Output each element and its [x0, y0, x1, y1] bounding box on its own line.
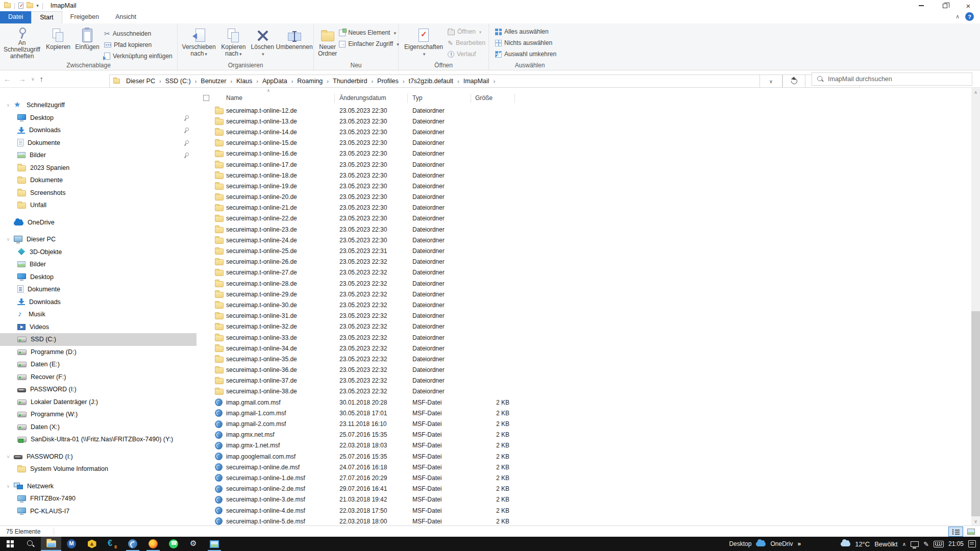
sidebar-item[interactable]: FRITZBox-7490 — [0, 492, 197, 505]
qat-customize-chevron-icon[interactable]: ▾ — [36, 3, 39, 8]
file-row[interactable]: secureimap.t-online-13.de 23.05.2023 22:… — [197, 116, 971, 127]
hidden-icons-chevron-icon[interactable]: ∧ — [902, 541, 906, 547]
new-folder-button[interactable]: Neuer Ordner — [318, 25, 337, 60]
sidebar-item[interactable]: 3D-Objekte — [0, 246, 197, 259]
breadcrumb-separator-icon[interactable]: › — [157, 78, 163, 84]
breadcrumb-item[interactable]: SSD (C:)› — [163, 75, 199, 87]
breadcrumb-item[interactable]: Profiles› — [375, 75, 406, 87]
file-row[interactable]: imap.gmail.com.msf 30.01.2018 20:28 MSF-… — [197, 397, 971, 408]
ribbon-tab[interactable]: Start — [31, 11, 62, 23]
file-row[interactable]: secureimap.t-online-31.de 23.05.2023 22:… — [197, 311, 971, 321]
file-row[interactable]: secureimap.t-online-27.de 23.05.2023 22:… — [197, 267, 971, 278]
sidebar-item[interactable]: ∨ Netzwerk — [0, 480, 197, 493]
ribbon-tab[interactable]: Ansicht — [107, 11, 144, 23]
select-none-button[interactable]: Nichts auswählen — [493, 37, 556, 48]
easy-access-button[interactable]: Einfacher Zugriff — [337, 38, 399, 49]
file-row[interactable]: secureimap.t-online-25.de 23.05.2023 22:… — [197, 245, 971, 256]
onedrive-toolbar-label[interactable]: OneDriv — [770, 540, 793, 547]
file-row[interactable]: secureimap.t-online-36.de 23.05.2023 22:… — [197, 365, 971, 375]
sidebar-item[interactable]: Screenshots — [0, 187, 197, 199]
forward-button[interactable]: → — [15, 74, 30, 83]
vertical-scrollbar[interactable]: ∧ ∨ — [971, 88, 980, 525]
cut-button[interactable]: Ausschneiden — [102, 28, 173, 39]
history-button[interactable]: Verlauf — [446, 48, 485, 60]
breadcrumb-separator-icon[interactable]: › — [401, 78, 407, 84]
search-box[interactable] — [812, 72, 972, 86]
column-header-name[interactable]: Name — [226, 94, 242, 102]
sidebar-item[interactable]: Desktop — [0, 112, 197, 124]
breadcrumb-separator-icon[interactable]: › — [254, 78, 260, 84]
desktop-toolbar-label[interactable]: Desktop — [729, 540, 751, 547]
edit-button[interactable]: Bearbeiten — [446, 37, 485, 48]
sidebar-item[interactable]: PASSWORD (I:) — [0, 383, 197, 396]
sidebar-item[interactable]: OneDrive — [0, 216, 197, 229]
breadcrumb-item[interactable]: Dieser PC› — [124, 75, 163, 87]
breadcrumb-item[interactable]: AppData› — [260, 75, 295, 87]
restore-button[interactable] — [933, 0, 957, 11]
properties-button[interactable]: Eigenschaften — [402, 25, 446, 60]
file-row[interactable]: imap.gmail-2.com.msf 23.11.2018 16:10 MS… — [197, 418, 971, 429]
sidebar-item[interactable]: Bilder — [0, 149, 197, 162]
expand-chevron-icon[interactable]: ∨ — [5, 103, 11, 108]
file-row[interactable]: secureimap.t-online-28.de 23.05.2023 22:… — [197, 278, 971, 289]
pen-tray-icon[interactable]: ✎ — [923, 540, 929, 548]
weather-cloud-icon[interactable] — [841, 542, 850, 546]
sidebar-item[interactable]: Dokumente — [0, 137, 197, 149]
ribbon-tab[interactable]: Freigeben — [62, 11, 107, 23]
touch-keyboard-icon[interactable] — [934, 541, 944, 547]
open-button[interactable]: Öffnen — [446, 26, 485, 37]
network-tray-icon[interactable] — [911, 541, 919, 547]
file-row[interactable]: secureimap.t-online-29.de 23.05.2023 22:… — [197, 289, 971, 299]
scrollbar-thumb[interactable] — [971, 311, 980, 516]
file-row[interactable]: secureimap.t-online-20.de 23.05.2023 22:… — [197, 192, 971, 203]
screenshot-app-button[interactable] — [204, 537, 225, 551]
file-row[interactable]: secureimap.t-online-32.de 23.05.2023 22:… — [197, 321, 971, 332]
recent-locations-chevron-icon[interactable]: ∨ — [30, 77, 36, 82]
new-item-button[interactable]: Neues Element — [337, 27, 399, 38]
sidebar-item[interactable]: ∨ PASSWORD (I:) — [0, 450, 197, 463]
sidebar-item[interactable]: ∨ Schnellzugriff — [0, 99, 197, 112]
weather-temperature[interactable]: 12°C — [855, 540, 870, 548]
sidebar-item[interactable]: Musik — [0, 308, 197, 321]
file-row[interactable]: secureimap.t-online-16.de 23.05.2023 22:… — [197, 148, 971, 159]
breadcrumb-separator-icon[interactable]: › — [325, 78, 331, 84]
thumbnails-view-button[interactable] — [964, 527, 978, 537]
search-input[interactable] — [828, 76, 955, 83]
scroll-up-icon[interactable]: ∧ — [971, 88, 980, 96]
details-view-button[interactable] — [948, 527, 963, 537]
select-all-checkbox[interactable] — [203, 95, 209, 101]
file-row[interactable]: secureimap.t-online-24.de 23.05.2023 22:… — [197, 235, 971, 245]
file-row[interactable]: secureimap.t-online-17.de 23.05.2023 22:… — [197, 159, 971, 170]
expand-chevron-icon[interactable]: ∨ — [5, 237, 11, 242]
euro-app-button[interactable] — [102, 537, 122, 551]
m-app-button[interactable] — [61, 537, 82, 551]
breadcrumb-separator-icon[interactable]: › — [455, 78, 461, 84]
file-row[interactable]: secureimap.t-online-15.de 23.05.2023 22:… — [197, 138, 971, 148]
file-row[interactable]: secureimap.t-online-30.de 23.05.2023 22:… — [197, 299, 971, 310]
file-row[interactable]: secureimap.t-online-34.de 23.05.2023 22:… — [197, 343, 971, 354]
sidebar-item[interactable]: Desktop — [0, 271, 197, 284]
pin-to-quickaccess-button[interactable]: An Schnellzugriff anheften — [0, 25, 44, 60]
sidebar-item[interactable]: Dokumente — [0, 174, 197, 187]
file-row[interactable]: secureimap.t-online-12.de 23.05.2023 22:… — [197, 105, 971, 116]
file-row[interactable]: secureimap.t-online-18.de 23.05.2023 22:… — [197, 170, 971, 181]
address-dropdown-button[interactable]: ∨ — [760, 74, 782, 88]
copy-button[interactable]: Kopieren — [44, 25, 72, 60]
sidebar-item[interactable]: Downloads — [0, 124, 197, 137]
breadcrumb-item[interactable]: t7s2gzib.default› — [406, 75, 461, 87]
file-row[interactable]: secureimap.t-online-14.de 23.05.2023 22:… — [197, 127, 971, 137]
sidebar-item[interactable]: Programme (D:) — [0, 346, 197, 359]
onedrive-icon[interactable] — [756, 542, 766, 546]
properties-qat-icon[interactable] — [18, 3, 23, 9]
clock[interactable]: 21:05 — [948, 540, 964, 547]
expand-chevron-icon[interactable]: ∨ — [5, 454, 11, 459]
file-row[interactable]: secureimap.t-online-21.de 23.05.2023 22:… — [197, 203, 971, 213]
file-row[interactable]: secureimap.t-online-3.de.msf 21.03.2018 … — [197, 494, 971, 505]
sidebar-item[interactable]: SSD (C:) — [0, 333, 197, 346]
file-row[interactable]: imap.gmx.net.msf 25.07.2016 15:35 MSF-Da… — [197, 430, 971, 440]
copy-to-button[interactable]: Kopieren nach — [217, 25, 250, 60]
copy-path-button[interactable]: Pfad kopieren — [102, 39, 173, 51]
breadcrumb-separator-icon[interactable]: › — [228, 78, 234, 84]
weather-condition[interactable]: Bewölkt — [874, 540, 898, 548]
refresh-button[interactable] — [782, 74, 805, 88]
